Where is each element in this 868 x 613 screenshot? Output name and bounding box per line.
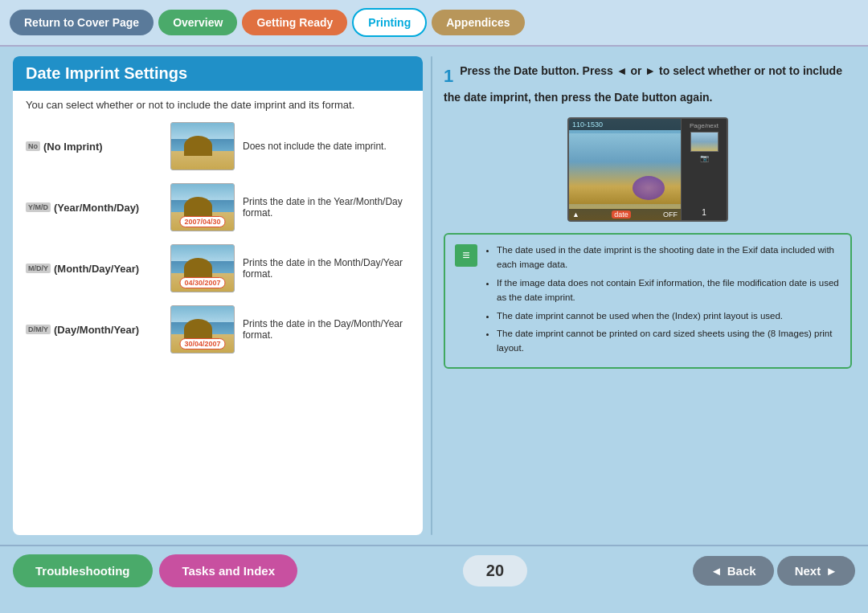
tasks-and-index-button[interactable]: Tasks and Index (159, 554, 297, 587)
camera-sidebar: Page/next 📷 1 (682, 119, 727, 220)
info-bullet: The date imprint cannot be used when the… (497, 309, 841, 323)
camera-bottom-bar: ▲ date OFF (569, 209, 681, 220)
setting-description: Prints the date in the Year/Month/Day fo… (243, 196, 410, 219)
camera-screen-image: 110-1530 ▲ date OFF Page/next 📷 1 (567, 117, 728, 222)
setting-label: D/M/Y (Day/Month/Year) (26, 324, 162, 336)
camera-top-bar: 110-1530 (569, 119, 681, 130)
camera-count: 1 (702, 208, 706, 217)
panel-subtitle: You can select whether or not to include… (13, 91, 423, 116)
top-navigation: Return to Cover Page Overview Getting Re… (0, 0, 868, 47)
getting-ready-button[interactable]: Getting Ready (242, 10, 347, 35)
step-instruction: 1 Press the Date button. Press ◄ or ► to… (444, 63, 852, 106)
troubleshooting-button[interactable]: Troubleshooting (13, 554, 153, 587)
date-overlay: 2007/04/30 (179, 216, 225, 227)
back-arrow-icon: ◄ (710, 564, 723, 578)
page-number: 20 (463, 555, 527, 586)
step-text: Press the Date button. Press ◄ or ► to s… (444, 64, 842, 104)
camera-date-highlight: date (612, 210, 631, 219)
back-next-controls: ◄ Back Next ► (693, 556, 855, 586)
info-content: The date used in the date imprint is the… (484, 243, 841, 359)
next-button[interactable]: Next ► (777, 556, 855, 586)
info-icon: ≡ (455, 244, 477, 267)
main-content: Date Imprint Settings You can select whe… (0, 47, 868, 545)
left-panel: Date Imprint Settings You can select whe… (13, 56, 423, 535)
overview-button[interactable]: Overview (158, 10, 237, 35)
setting-thumbnail: 2007/04/30 (170, 183, 235, 231)
info-box: ≡ The date used in the date imprint is t… (444, 233, 852, 369)
setting-mode-icon: M/D/Y (26, 264, 51, 273)
camera-main-view: 110-1530 ▲ date OFF (569, 119, 682, 220)
setting-thumbnail (170, 122, 235, 170)
setting-row: D/M/Y (Day/Month/Year) 30/04/2007 Prints… (13, 299, 423, 360)
appendices-button[interactable]: Appendices (432, 10, 524, 35)
setting-description: Prints the date in the Day/Month/Year fo… (243, 318, 410, 341)
panel-divider (431, 56, 432, 535)
camera-thumbnail (690, 132, 719, 152)
setting-mode-icon: Y/M/D (26, 202, 51, 212)
setting-description: Prints the date in the Month/Day/Year fo… (243, 257, 410, 280)
next-arrow-icon: ► (825, 564, 837, 578)
setting-mode-icon: No (26, 141, 40, 151)
info-bullet: If the image data does not contain Exif … (497, 276, 841, 305)
info-bullet: The date imprint cannot be printed on ca… (497, 326, 841, 356)
setting-row: Y/M/D (Year/Month/Day) 2007/04/30 Prints… (13, 177, 423, 238)
setting-row: M/D/Y (Month/Day/Year) 04/30/2007 Prints… (13, 238, 423, 299)
right-panel: 1 Press the Date button. Press ◄ or ► to… (440, 56, 855, 535)
setting-row: No (No Imprint) Does not include the dat… (13, 116, 423, 177)
return-to-cover-button[interactable]: Return to Cover Page (10, 10, 154, 35)
setting-thumbnail: 30/04/2007 (170, 305, 235, 353)
info-bullet: The date used in the date imprint is the… (497, 243, 841, 272)
panel-title: Date Imprint Settings (13, 56, 423, 91)
setting-thumbnail: 04/30/2007 (170, 244, 235, 292)
printing-button[interactable]: Printing (352, 8, 427, 37)
setting-label: M/D/Y (Month/Day/Year) (26, 263, 162, 275)
date-overlay: 04/30/2007 (179, 277, 225, 288)
back-button[interactable]: ◄ Back (693, 556, 774, 586)
bottom-navigation: Troubleshooting Tasks and Index 20 ◄ Bac… (0, 545, 868, 595)
setting-label: No (No Imprint) (26, 141, 162, 153)
date-overlay: 30/04/2007 (179, 338, 225, 349)
setting-mode-icon: D/M/Y (26, 325, 51, 334)
step-number: 1 (444, 66, 453, 86)
setting-description: Does not include the date imprint. (243, 141, 410, 152)
setting-label: Y/M/D (Year/Month/Day) (26, 202, 162, 214)
